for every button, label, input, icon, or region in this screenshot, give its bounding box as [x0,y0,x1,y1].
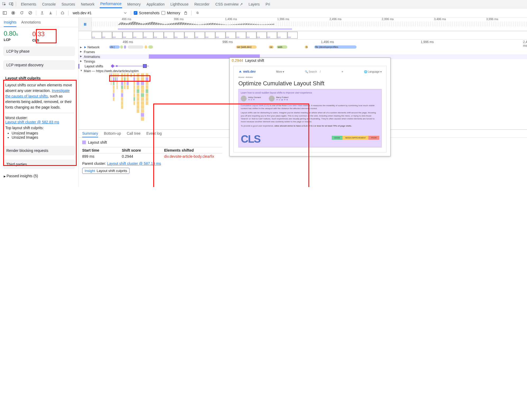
filmstrip-thumb[interactable] [102,32,112,39]
record-icon[interactable] [10,10,16,16]
filmstrip-thumb[interactable] [215,32,225,39]
layout-shift-tooltip: 0.2944 Layout shift web.dev More ▾ 🔍 Sea… [229,58,391,156]
network-pill[interactable]: ser (web.dev) [236,45,257,49]
home-icon[interactable] [59,10,66,16]
insight-lcp-by-phase[interactable]: LCP by phase [3,46,75,56]
filmstrip-thumb[interactable] [257,32,267,39]
filmstrip-thumb[interactable] [267,32,277,39]
filmstrip-thumb[interactable] [154,32,164,39]
insights-sidebar: InsightsAnnotations 0.80s LCP 0.33 CLS L… [0,17,78,187]
insight-pill[interactable]: Insight Layout shift culprits [82,168,130,174]
parent-cluster-link[interactable]: Layout shift cluster @ 587.19 ms [107,161,161,166]
network-pill[interactable] [148,45,153,49]
panel-tab-console[interactable]: Console [41,0,56,8]
track-frames[interactable]: Frames [78,50,527,54]
overview-tick: 3,996 ms [486,17,498,21]
culprit-item: Unsized Images [12,135,74,139]
panel-tab-memory[interactable]: Memory [127,0,141,8]
track-network[interactable]: Network cls ( ser (web.dev) ce web- G fi… [78,45,527,50]
filmstrip-thumb[interactable] [205,32,215,39]
tooltip-score: 0.2944 [232,58,243,63]
svg-rect-9 [184,12,187,14]
gc-icon[interactable] [182,10,189,16]
screenshots-checkbox[interactable]: Screenshots [134,11,160,15]
upload-icon[interactable] [39,10,45,16]
panel-tab-recorder[interactable]: Recorder [194,0,210,8]
panel-tab-elements[interactable]: Elements [20,0,37,8]
filmstrip-thumb[interactable] [184,32,195,39]
shifted-element-link[interactable]: div.devsite-article-body.clearfix [164,154,222,158]
download-icon[interactable] [47,10,54,16]
layout-shift-color-icon [82,141,86,144]
insight-third-parties[interactable]: Third parties [3,160,75,169]
sidebar-tab-annotations[interactable]: Annotations [21,19,41,27]
drawer-tab-call-tree[interactable]: Call tree [127,131,141,137]
worst-cluster-label: Worst cluster: [4,116,74,120]
detail-values: 899 ms0.2944div.devsite-article-body.cle… [82,153,222,159]
network-pill[interactable]: file (developerprofiles- [314,45,357,49]
drawer-tab-event-log[interactable]: Event log [146,131,162,137]
panel-tab-pri[interactable]: Pri [265,0,271,8]
shortcuts-icon[interactable] [194,10,201,16]
layout-shift-selected[interactable] [143,64,147,68]
worst-cluster-link[interactable]: Layout shift cluster @ 582.83 ms [5,120,59,124]
network-pill[interactable] [120,45,123,49]
network-pill[interactable]: G [305,45,308,49]
filmstrip-thumb[interactable] [277,32,287,39]
layout-shift-marker[interactable] [116,65,118,67]
metric-cls[interactable]: 0.33 CLS [29,30,48,43]
panel-tab-lighthouse[interactable]: Lighthouse [170,0,189,8]
filmstrip-thumb[interactable] [174,32,184,39]
filmstrip-thumb[interactable] [143,32,153,39]
passed-insights[interactable]: Passed insights (5) [0,171,78,181]
metric-lcp[interactable]: 0.80s LCP [4,30,18,42]
panel-tab-application[interactable]: Application [146,0,165,8]
drawer-tab-summary[interactable]: Summary [82,131,98,137]
filmstrip-thumb[interactable] [246,32,256,39]
filmstrip-thumb[interactable] [288,32,298,39]
insight-render-blocking[interactable]: Render blocking requests [3,146,75,155]
drawer-tab-bottom-up[interactable]: Bottom-up [104,131,121,137]
filmstrip-thumb[interactable] [123,32,133,39]
toggle-sidebar-icon[interactable] [2,10,8,16]
flame-ruler: 496 ms996 ms1,496 ms1,996 ms2,496 ms [78,40,527,45]
filmstrip-thumb[interactable] [164,32,174,39]
filmstrip-thumb[interactable] [226,32,236,39]
network-pill[interactable]: web- [277,45,287,49]
network-pill[interactable]: cls ( [109,45,120,49]
filmstrip-thumb[interactable] [133,32,143,39]
layout-shift-marker[interactable] [111,64,114,68]
filmstrip-thumb[interactable] [92,32,102,39]
timeline-overview[interactable]: 496 ms996 ms1,496 ms1,996 ms2,496 ms2,99… [78,17,527,31]
device-toggle-icon[interactable] [8,1,14,7]
devtools-tab-strip: ElementsConsoleSourcesNetworkPerformance… [0,0,527,8]
panel-tab-layers[interactable]: Layers [248,0,260,8]
clear-icon[interactable] [27,10,33,16]
culprit-item: Unsized Images [12,131,74,135]
insight-lcp-request-discovery[interactable]: LCP request discovery [3,60,75,70]
sidebar-tab-insights[interactable]: Insights [4,19,16,27]
parent-cluster: Parent cluster: Layout shift cluster @ 5… [82,161,523,166]
panel-tab-sources[interactable]: Sources [61,0,76,8]
flame-tick: 496 ms [123,40,133,44]
flame-tick: 996 ms [223,40,233,44]
svg-rect-11 [85,23,86,26]
panel-tab-performance[interactable]: Performance [100,0,122,8]
network-pill[interactable] [128,45,144,49]
filmstrip-thumb[interactable] [236,32,246,39]
panel-tab-css-overview-[interactable]: CSS overview ↗ [215,0,243,8]
inspect-icon[interactable] [1,1,7,7]
recording-selector[interactable]: web.dev #1 [71,10,128,16]
overview-tick: 3,496 ms [434,17,446,21]
panel-tab-network[interactable]: Network [80,0,95,8]
network-pill[interactable] [145,45,147,49]
memory-checkbox[interactable]: Memory [161,11,180,15]
filmstrip-thumb[interactable] [195,32,205,39]
svg-rect-10 [84,23,85,26]
reload-record-icon[interactable] [19,10,25,16]
network-pill[interactable]: ce [269,45,274,49]
filmstrip[interactable] [78,31,527,40]
network-pill[interactable] [124,45,126,49]
filmstrip-thumb[interactable] [112,32,122,39]
play-icon [84,46,86,49]
